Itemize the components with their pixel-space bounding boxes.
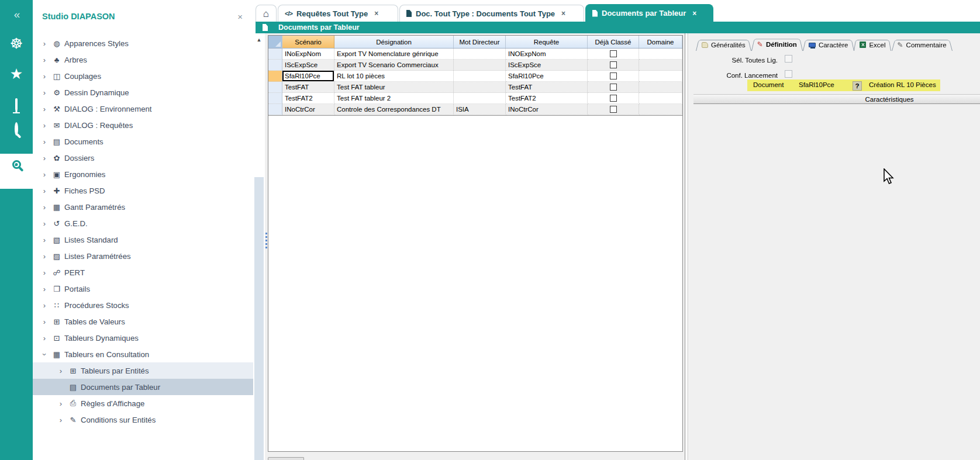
sel-toutes-lig-checkbox[interactable] bbox=[785, 55, 792, 63]
tree-chevron-icon[interactable]: › bbox=[39, 121, 50, 130]
checkbox-unchecked[interactable] bbox=[610, 106, 617, 113]
cell-requete[interactable]: IScExpSce bbox=[506, 60, 588, 71]
tree-chevron-icon[interactable]: › bbox=[39, 236, 50, 244]
cell-domaine[interactable] bbox=[639, 60, 682, 71]
cell-designation[interactable]: Controle des Correspondances DT bbox=[334, 104, 454, 115]
tree-item[interactable]: ›❒Portails bbox=[33, 281, 253, 297]
tree-item[interactable]: ›☍PERT bbox=[33, 264, 253, 281]
tree-chevron-icon[interactable]: › bbox=[39, 252, 50, 261]
cell-requete[interactable]: TestFAT2 bbox=[506, 93, 588, 104]
cell-mot[interactable] bbox=[454, 60, 506, 71]
cell-requete[interactable]: TestFAT bbox=[506, 82, 588, 93]
help-button[interactable]: ? bbox=[853, 81, 862, 91]
tree-item[interactable]: ›▦Tableurs en Consultation bbox=[33, 346, 253, 362]
checkbox-unchecked[interactable] bbox=[610, 95, 617, 102]
close-panel-icon[interactable]: × bbox=[237, 12, 243, 22]
tree-chevron-icon[interactable]: › bbox=[39, 88, 50, 97]
cell-requete[interactable]: INOExpNom bbox=[506, 49, 588, 60]
cell-mot[interactable] bbox=[454, 82, 506, 93]
grid-corner-cell[interactable] bbox=[268, 36, 282, 49]
tree-item[interactable]: ›▤Documents par Tableur bbox=[33, 379, 253, 395]
display-monitor-icon[interactable] bbox=[0, 99, 33, 110]
cell-requete[interactable]: INoCtrCor bbox=[506, 104, 588, 115]
tree-chevron-icon[interactable]: › bbox=[39, 219, 50, 228]
cell-domaine[interactable] bbox=[639, 93, 682, 104]
tree-item[interactable]: ›⎙Règles d'Affichage bbox=[33, 395, 253, 411]
tree-chevron-icon[interactable]: › bbox=[55, 366, 67, 375]
cell-designation[interactable]: Export TV Scenario Commerciaux bbox=[334, 60, 454, 71]
home-tab[interactable]: ⌂ bbox=[256, 5, 277, 22]
column-header-designation[interactable]: Désignation bbox=[334, 36, 454, 49]
cell-designation[interactable]: Test FAT tableur 2 bbox=[334, 93, 454, 104]
tab-requ-tes-tout-type[interactable]: </>Requêtes Tout Type× bbox=[278, 5, 398, 22]
tree-chevron-icon[interactable]: › bbox=[39, 285, 50, 293]
tree-item[interactable]: ›▣Ergonomies bbox=[33, 166, 253, 182]
detail-tab-commentaire[interactable]: ✎Commentaire bbox=[892, 39, 953, 51]
footer-button[interactable] bbox=[268, 457, 304, 460]
search-icon[interactable] bbox=[0, 124, 33, 134]
cell-designation[interactable]: Export TV Nomenclature génrique bbox=[334, 49, 454, 60]
tree-item[interactable]: ›⚙Dessin Dynamique bbox=[33, 84, 253, 101]
checkbox-unchecked[interactable] bbox=[610, 50, 617, 57]
detail-tab-d-finition[interactable]: ✎Définition bbox=[751, 37, 803, 51]
checkbox-unchecked[interactable] bbox=[610, 84, 617, 91]
cell-domaine[interactable] bbox=[639, 82, 682, 93]
tree-item[interactable]: ›∷Procédures Stocks bbox=[33, 297, 253, 313]
tree-chevron-icon[interactable]: › bbox=[39, 170, 50, 179]
tree-chevron-icon[interactable]: › bbox=[55, 416, 67, 424]
cell-mot[interactable] bbox=[454, 49, 506, 60]
tree-chevron-icon[interactable]: › bbox=[39, 56, 50, 64]
tree-item[interactable]: ›✚Fiches PSD bbox=[33, 182, 253, 199]
tab-documents-par-tableur[interactable]: Documents par Tableur× bbox=[585, 4, 713, 22]
detail-tab-excel[interactable]: XExcel bbox=[854, 39, 891, 51]
tree-item[interactable]: ›◫Couplages bbox=[33, 68, 253, 84]
scrollbar-thumb[interactable] bbox=[254, 177, 264, 460]
document-code-value[interactable]: SfaRl10Pce bbox=[799, 81, 834, 88]
tree-item[interactable]: ›⊡Tableurs Dynamiques bbox=[33, 330, 253, 346]
row-header[interactable] bbox=[268, 93, 282, 104]
tree-item[interactable]: ›▧Listes Standard bbox=[33, 231, 253, 248]
detail-tab-caract-re[interactable]: Caractère bbox=[803, 39, 854, 51]
tab-doc-tout-type-documents-tout-type[interactable]: Doc. Tout Type : Documents Tout Type× bbox=[399, 5, 584, 22]
close-tab-icon[interactable]: × bbox=[374, 9, 378, 18]
cell-domaine[interactable] bbox=[639, 104, 682, 115]
tree-scrollbar[interactable] bbox=[253, 33, 265, 460]
tree-chevron-icon[interactable]: › bbox=[39, 72, 50, 81]
collapse-sidebar-icon[interactable]: « bbox=[0, 8, 33, 21]
checkbox-unchecked[interactable] bbox=[610, 61, 617, 68]
tree-item[interactable]: ›⚒DIALOG : Environnement bbox=[33, 101, 253, 117]
column-header-classe[interactable]: Déjà Classé bbox=[588, 36, 639, 49]
tree-chevron-icon[interactable]: › bbox=[39, 203, 50, 212]
cell-scenario[interactable]: INoCtrCor bbox=[282, 104, 334, 115]
locate-search-icon[interactable] bbox=[12, 160, 21, 169]
panel-separator[interactable] bbox=[685, 33, 685, 460]
checkbox-unchecked[interactable] bbox=[610, 72, 617, 79]
tree-chevron-icon[interactable]: › bbox=[39, 39, 50, 48]
row-header[interactable] bbox=[268, 82, 282, 93]
tree-item[interactable]: ›◍Apparences Styles bbox=[33, 35, 253, 51]
tree-item[interactable]: ›✉DIALOG : Requêtes bbox=[33, 117, 253, 133]
tree-item[interactable]: ›⊞Tables de Valeurs bbox=[33, 313, 253, 330]
cell-mot[interactable] bbox=[454, 93, 506, 104]
row-header[interactable] bbox=[268, 60, 282, 71]
cell-designation[interactable]: Test FAT tableur bbox=[334, 82, 454, 93]
row-header[interactable] bbox=[268, 49, 282, 60]
tree-item[interactable]: ›⊞Tableurs par Entités bbox=[33, 362, 253, 379]
cell-domaine[interactable] bbox=[639, 49, 682, 60]
tree-item[interactable]: ›✎Conditions sur Entités bbox=[33, 411, 253, 428]
scroll-up-icon[interactable] bbox=[253, 37, 265, 43]
cell-designation[interactable]: RL lot 10 pièces bbox=[334, 71, 454, 82]
cell-scenario[interactable]: SfaRl10Pce bbox=[282, 71, 334, 82]
tree-chevron-icon[interactable]: › bbox=[39, 334, 50, 343]
tree-chevron-icon[interactable]: › bbox=[39, 268, 50, 277]
cell-mot[interactable] bbox=[454, 71, 506, 82]
tree-item[interactable]: ›▤Documents bbox=[33, 133, 253, 150]
cell-mot[interactable]: ISIA bbox=[454, 104, 506, 115]
close-tab-icon[interactable]: × bbox=[561, 9, 565, 18]
tree-item[interactable]: ›▨Listes Paramétrées bbox=[33, 248, 253, 264]
column-header-domaine[interactable]: Domaine bbox=[639, 36, 682, 49]
cell-scenario[interactable]: IScExpSce bbox=[282, 60, 334, 71]
tree-chevron-icon[interactable]: › bbox=[39, 137, 50, 146]
tree-chevron-icon[interactable]: › bbox=[39, 317, 50, 326]
cell-requete[interactable]: SfaRl10Pce bbox=[506, 71, 588, 82]
